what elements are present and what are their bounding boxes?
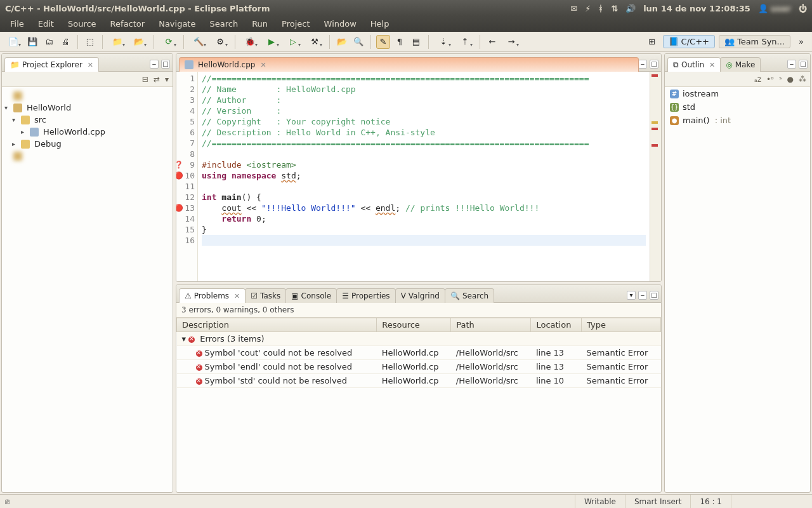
new-folder-button[interactable]: 📂 — [129, 35, 148, 49]
close-icon[interactable]: ✕ — [260, 61, 266, 69]
link-editor-icon[interactable]: ⇄ — [154, 75, 160, 84]
maximize-view-button[interactable]: □ — [161, 60, 170, 69]
tree-item[interactable] — [3, 150, 171, 162]
perspective-cpp[interactable]: 📘 C/C++ — [663, 35, 715, 48]
col-location[interactable]: Location — [531, 318, 582, 332]
outline-item[interactable]: ●main(): int — [665, 114, 810, 127]
open-perspective-button[interactable]: ⊞ — [645, 35, 659, 49]
battery-icon[interactable]: ⚡ — [585, 4, 591, 13]
menu-search[interactable]: Search — [203, 17, 244, 30]
outline-item[interactable]: #iostream — [665, 87, 810, 100]
hide-fields-icon[interactable]: •ᵒ — [766, 75, 774, 84]
perspective-more-button[interactable]: » — [794, 35, 808, 49]
menu-run[interactable]: Run — [246, 17, 274, 30]
external-tools-button[interactable]: ⚒ — [305, 35, 324, 49]
collapse-all-icon[interactable]: ⊟ — [142, 75, 148, 84]
print-button[interactable]: 🖨 — [58, 35, 72, 49]
user-icon[interactable]: 👤user — [758, 4, 791, 13]
tab-project-explorer[interactable]: 📁 Project Explorer ✕ — [4, 57, 99, 72]
problem-row[interactable]: Symbol 'std' could not be resolvedHelloW… — [177, 374, 661, 388]
menu-edit[interactable]: Edit — [32, 17, 60, 30]
maximize-editor-button[interactable]: □ — [650, 60, 658, 69]
tab-valgrind[interactable]: V Valgrind — [395, 288, 445, 303]
menu-navigate[interactable]: Navigate — [152, 17, 202, 30]
save-all-button[interactable]: 🗂 — [42, 35, 56, 49]
network-icon[interactable]: ⇅ — [611, 4, 618, 13]
block-select-button[interactable]: ▤ — [409, 35, 423, 49]
tree-item[interactable]: ▸Debug — [3, 138, 171, 150]
tree-item[interactable]: ▸HelloWorld.cpp — [3, 126, 171, 138]
close-icon[interactable]: ✕ — [709, 61, 715, 69]
minimize-editor-button[interactable]: ‒ — [638, 60, 647, 69]
mail-icon[interactable]: ✉ — [570, 4, 577, 13]
search-button[interactable]: 🔍 — [351, 35, 365, 49]
problem-row[interactable]: Symbol 'cout' could not be resolvedHello… — [177, 346, 661, 360]
build-button[interactable]: 🔨 — [189, 35, 208, 49]
editor-gutter[interactable]: 12345678910111213141516 — [176, 72, 198, 281]
outline-item[interactable]: {}std — [665, 100, 810, 114]
forward-button[interactable]: → — [502, 35, 521, 49]
run-last-button[interactable]: ▷ — [284, 35, 303, 49]
col-description[interactable]: Description — [177, 318, 377, 332]
menu-source[interactable]: Source — [62, 17, 103, 30]
binary-button[interactable]: ⬚ — [83, 35, 97, 49]
refresh-button[interactable]: ⟳ — [159, 35, 178, 49]
menu-refactor[interactable]: Refactor — [104, 17, 152, 30]
tab-make[interactable]: ◎ Make — [720, 57, 761, 72]
tab-search[interactable]: 🔍 Search — [445, 288, 494, 303]
prev-annotation-button[interactable]: ⇡ — [455, 35, 475, 49]
view-menu-icon[interactable]: ▾ — [165, 75, 169, 84]
clock-text[interactable]: lun 14 de nov 12:08:35 — [643, 4, 750, 13]
console-icon: ▣ — [291, 291, 298, 300]
new-button[interactable]: 📄 — [4, 35, 23, 49]
maximize-outline-button[interactable]: □ — [799, 60, 808, 69]
editor-tab-helloworld[interactable]: HelloWorld.cpp ✕ — [179, 57, 639, 72]
editor-code-area[interactable]: //======================================… — [198, 72, 650, 281]
close-icon[interactable]: ✕ — [88, 61, 93, 69]
problem-row[interactable]: Symbol 'endl' could not be resolvedHello… — [177, 360, 661, 374]
tab-properties[interactable]: ☰ Properties — [336, 288, 395, 303]
next-annotation-button[interactable]: ⇣ — [434, 35, 453, 49]
bluetooth-icon[interactable]: ᚼ — [598, 4, 603, 13]
toggle-mark-button[interactable]: ✎ — [376, 35, 390, 49]
minimize-view-button[interactable]: ‒ — [150, 60, 159, 69]
show-whitespace-button[interactable]: ¶ — [393, 35, 407, 49]
debug-button[interactable]: 🐞 — [240, 35, 259, 49]
tab-outline[interactable]: ⧉ Outlin ✕ — [667, 57, 721, 72]
col-type[interactable]: Type — [582, 318, 661, 332]
outline-menu-icon[interactable]: ⁂ — [799, 75, 806, 84]
build-target-button[interactable]: ⚙ — [211, 35, 230, 49]
tree-item[interactable]: ▾src — [3, 114, 171, 126]
back-button[interactable]: ← — [485, 35, 499, 49]
hide-static-icon[interactable]: ˢ — [779, 75, 782, 84]
tab-tasks[interactable]: ☑ Tasks — [245, 288, 286, 303]
menu-file[interactable]: File — [4, 17, 30, 30]
power-icon[interactable]: ⏻ — [799, 4, 807, 13]
col-resource[interactable]: Resource — [377, 318, 451, 332]
minimize-problems-button[interactable]: ‒ — [638, 291, 647, 300]
maximize-problems-button[interactable]: □ — [650, 291, 658, 300]
tab-console[interactable]: ▣ Console — [285, 288, 337, 303]
minimize-outline-button[interactable]: ‒ — [787, 60, 796, 69]
tree-item[interactable] — [3, 90, 171, 102]
col-path[interactable]: Path — [451, 318, 531, 332]
tree-item[interactable]: ▾HelloWorld — [3, 102, 171, 114]
view-menu-icon[interactable]: ▾ — [627, 291, 636, 300]
run-button[interactable]: ▶ — [262, 35, 281, 49]
project-explorer-tree[interactable]: ▾HelloWorld▾src▸HelloWorld.cpp▸Debug — [2, 87, 173, 492]
menu-help[interactable]: Help — [364, 17, 396, 30]
problems-group[interactable]: ▾ Errors (3 items) — [177, 332, 661, 346]
hide-nonpublic-icon[interactable]: ● — [787, 75, 794, 84]
new-project-button[interactable]: 📁 — [108, 35, 127, 49]
sort-icon[interactable]: ₐᴢ — [754, 75, 761, 84]
menu-project[interactable]: Project — [275, 17, 316, 30]
editor-overview-ruler[interactable] — [650, 72, 661, 281]
menu-window[interactable]: Window — [318, 17, 363, 30]
save-button[interactable]: 💾 — [25, 35, 39, 49]
close-icon[interactable]: ✕ — [234, 292, 240, 300]
status-misc-icon[interactable]: ⎚ — [5, 497, 10, 506]
volume-icon[interactable]: 🔊 — [625, 4, 636, 13]
tab-problems[interactable]: ⚠ Problems ✕ — [179, 288, 246, 303]
open-type-button[interactable]: 📂 — [335, 35, 349, 49]
perspective-team[interactable]: 👥 Team Syn... — [719, 35, 790, 48]
